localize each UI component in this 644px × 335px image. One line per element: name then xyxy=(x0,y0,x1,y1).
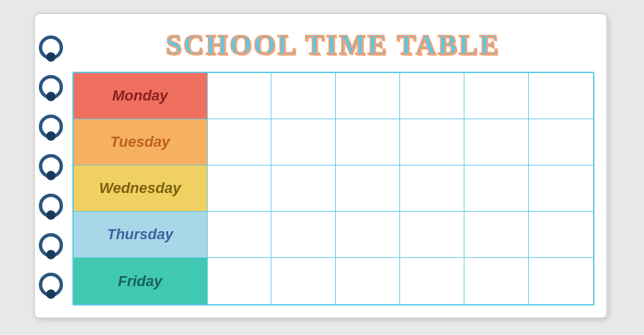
grid-cell-mon-5 xyxy=(464,73,529,119)
grid-cell-tue-6 xyxy=(529,119,593,165)
grid-cell-fri-5 xyxy=(464,258,529,304)
spiral-ring-7 xyxy=(39,273,63,297)
grid-cell-tue-4 xyxy=(400,119,464,165)
spiral-binding xyxy=(35,14,67,318)
day-monday: Monday xyxy=(74,73,208,119)
grid-cell-thu-2 xyxy=(271,212,336,258)
day-friday: Friday xyxy=(74,258,208,304)
spiral-ring-1 xyxy=(39,36,63,60)
grid-cell-wed-2 xyxy=(271,165,336,212)
grid-cell-wed-5 xyxy=(464,165,529,212)
grid-cell-mon-2 xyxy=(271,73,336,119)
notebook-page: SCHOOL TIME TABLE Monday Tuesday xyxy=(34,13,607,318)
day-wednesday: Wednesday xyxy=(74,165,208,212)
grid-cell-fri-1 xyxy=(208,258,272,304)
grid-cell-fri-2 xyxy=(271,258,336,304)
grid-cell-mon-6 xyxy=(529,73,593,119)
grid-cell-wed-4 xyxy=(400,165,464,212)
day-thursday: Thursday xyxy=(74,212,208,258)
grid-cell-wed-6 xyxy=(529,165,593,212)
timetable-grid: Monday Tuesday Wednesday xyxy=(72,72,594,306)
grid-cell-thu-5 xyxy=(464,212,529,258)
page-title: SCHOOL TIME TABLE xyxy=(166,29,500,60)
grid-cell-wed-1 xyxy=(208,165,272,212)
grid-cell-tue-1 xyxy=(208,119,272,165)
title-container: SCHOOL TIME TABLE xyxy=(72,26,594,64)
day-tuesday: Tuesday xyxy=(74,119,208,165)
page-content: SCHOOL TIME TABLE Monday Tuesday xyxy=(67,14,606,318)
grid-cell-mon-1 xyxy=(208,73,272,119)
grid-cell-tue-3 xyxy=(336,119,400,165)
grid-cell-thu-1 xyxy=(208,212,272,258)
spiral-ring-3 xyxy=(39,115,63,139)
grid-cell-fri-4 xyxy=(400,258,464,304)
grid-cell-mon-4 xyxy=(400,73,464,119)
spiral-ring-4 xyxy=(39,154,63,178)
grid-cell-fri-6 xyxy=(529,258,593,304)
grid-cell-fri-3 xyxy=(336,258,400,304)
grid-cell-thu-6 xyxy=(529,212,593,258)
spiral-ring-6 xyxy=(39,233,63,257)
grid-cell-thu-4 xyxy=(400,212,464,258)
grid-cell-thu-3 xyxy=(336,212,400,258)
grid-cell-tue-5 xyxy=(464,119,529,165)
grid-cell-tue-2 xyxy=(271,119,336,165)
spiral-ring-5 xyxy=(39,194,63,218)
grid-cell-wed-3 xyxy=(336,165,400,212)
grid-cell-mon-3 xyxy=(336,73,400,119)
notebook-stack: SCHOOL TIME TABLE Monday Tuesday xyxy=(34,13,610,322)
spiral-ring-2 xyxy=(39,75,63,99)
